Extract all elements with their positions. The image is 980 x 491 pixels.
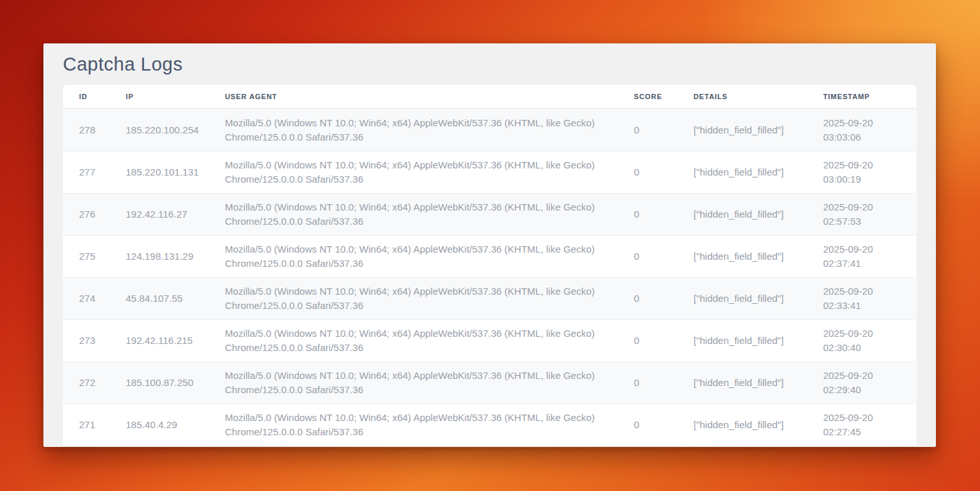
cell-timestamp: 2025-09-20 02:57:53 (823, 200, 916, 229)
cell-user-agent: Mozilla/5.0 (Windows NT 10.0; Win64; x64… (225, 116, 634, 144)
page-background: Captcha Logs ID IP USER AGENT SCORE DETA… (0, 0, 980, 491)
cell-score: 0 (634, 291, 694, 306)
cell-user-agent: Mozilla/5.0 (Windows NT 10.0; Win64; x64… (225, 242, 634, 271)
cell-id: 278 (63, 123, 126, 137)
cell-id: 275 (63, 249, 126, 264)
cell-timestamp: 2025-09-20 02:37:41 (823, 242, 916, 271)
cell-details: ["hidden_field_filled"] (694, 207, 823, 222)
cell-score: 0 (634, 334, 694, 348)
cell-details: ["hidden_field_filled"] (694, 334, 823, 348)
cell-id: 277 (63, 165, 126, 179)
table-row: 275 124.198.131.29 Mozilla/5.0 (Windows … (63, 235, 916, 277)
cell-user-agent: Mozilla/5.0 (Windows NT 10.0; Win64; x64… (225, 326, 634, 355)
cell-ip: 192.42.116.215 (126, 334, 225, 348)
table-row: 271 185.40.4.29 Mozilla/5.0 (Windows NT … (63, 404, 916, 446)
cell-id: 271 (63, 418, 126, 432)
cell-score: 0 (634, 376, 694, 390)
captcha-logs-table: ID IP USER AGENT SCORE DETAILS TIMESTAMP… (63, 85, 916, 446)
cell-score: 0 (634, 249, 694, 264)
cell-score: 0 (634, 123, 694, 137)
cell-ip: 185.100.87.250 (126, 376, 225, 390)
cell-score: 0 (634, 418, 694, 432)
table-row: 278 185.220.100.254 Mozilla/5.0 (Windows… (63, 109, 916, 151)
page-title: Captcha Logs (63, 53, 916, 75)
column-header-user-agent: USER AGENT (225, 93, 634, 100)
cell-user-agent: Mozilla/5.0 (Windows NT 10.0; Win64; x64… (225, 411, 634, 439)
cell-timestamp: 2025-09-20 02:33:41 (823, 284, 916, 313)
cell-details: ["hidden_field_filled"] (694, 123, 823, 137)
column-header-score: SCORE (634, 93, 694, 100)
cell-score: 0 (634, 207, 694, 222)
cell-user-agent: Mozilla/5.0 (Windows NT 10.0; Win64; x64… (225, 158, 634, 187)
cell-details: ["hidden_field_filled"] (694, 249, 823, 264)
cell-ip: 185.40.4.29 (126, 418, 225, 432)
cell-details: ["hidden_field_filled"] (694, 291, 823, 306)
cell-score: 0 (634, 165, 694, 179)
cell-timestamp: 2025-09-20 03:03:06 (823, 116, 916, 144)
cell-id: 273 (63, 334, 126, 348)
cell-ip: 45.84.107.55 (126, 291, 225, 306)
captcha-logs-card: Captcha Logs ID IP USER AGENT SCORE DETA… (43, 43, 936, 447)
column-header-timestamp: TIMESTAMP (823, 93, 916, 100)
table-row: 277 185.220.101.131 Mozilla/5.0 (Windows… (63, 151, 916, 193)
table-header-row: ID IP USER AGENT SCORE DETAILS TIMESTAMP (63, 85, 916, 109)
cell-ip: 185.220.100.254 (126, 123, 225, 137)
cell-details: ["hidden_field_filled"] (694, 418, 823, 432)
cell-user-agent: Mozilla/5.0 (Windows NT 10.0; Win64; x64… (225, 369, 634, 397)
cell-timestamp: 2025-09-20 02:29:40 (823, 369, 916, 397)
cell-ip: 124.198.131.29 (126, 249, 225, 264)
cell-details: ["hidden_field_filled"] (694, 376, 823, 390)
table-row: 272 185.100.87.250 Mozilla/5.0 (Windows … (63, 361, 916, 404)
cell-details: ["hidden_field_filled"] (694, 165, 823, 179)
cell-ip: 192.42.116.27 (126, 207, 225, 222)
column-header-ip: IP (126, 93, 225, 100)
cell-user-agent: Mozilla/5.0 (Windows NT 10.0; Win64; x64… (225, 284, 634, 313)
cell-id: 274 (63, 291, 126, 306)
cell-id: 272 (63, 376, 126, 390)
table-row: 274 45.84.107.55 Mozilla/5.0 (Windows NT… (63, 277, 916, 319)
cell-user-agent: Mozilla/5.0 (Windows NT 10.0; Win64; x64… (225, 200, 634, 229)
column-header-details: DETAILS (694, 93, 823, 100)
column-header-id: ID (63, 93, 126, 100)
cell-timestamp: 2025-09-20 02:27:45 (823, 411, 916, 439)
cell-ip: 185.220.101.131 (126, 165, 225, 179)
table-row: 273 192.42.116.215 Mozilla/5.0 (Windows … (63, 319, 916, 361)
table-body: 278 185.220.100.254 Mozilla/5.0 (Windows… (63, 109, 916, 446)
table-row: 276 192.42.116.27 Mozilla/5.0 (Windows N… (63, 193, 916, 235)
cell-timestamp: 2025-09-20 03:00:19 (823, 158, 916, 187)
cell-timestamp: 2025-09-20 02:30:40 (823, 326, 916, 355)
cell-id: 276 (63, 207, 126, 222)
